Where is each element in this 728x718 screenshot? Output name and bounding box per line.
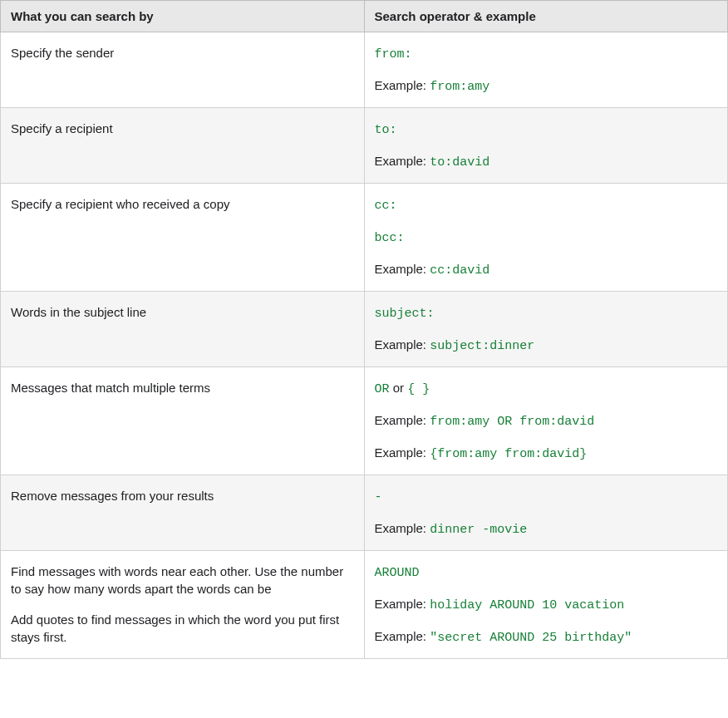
operator-line: OR or { } xyxy=(375,379,718,398)
example-line: Example: from:amy xyxy=(375,76,718,96)
search-by-cell: Specify a recipient xyxy=(1,108,365,184)
example-label: Example: xyxy=(375,521,430,535)
or-text: or xyxy=(390,381,408,395)
search-operators-table: What you can search by Search operator &… xyxy=(0,0,728,659)
operator-code: AROUND xyxy=(375,566,420,580)
description-text: Find messages with words near each other… xyxy=(11,563,354,598)
example-code: from:amy OR from:david xyxy=(430,415,594,429)
operator-code: bcc: xyxy=(375,231,405,245)
operator-line: AROUND xyxy=(375,563,718,582)
example-line: Example: to:david xyxy=(375,152,718,171)
table-row: Messages that match multiple termsOR or … xyxy=(1,367,728,475)
operator-line: - xyxy=(375,487,718,506)
operator-cell: cc:bcc:Example: cc:david xyxy=(364,184,728,292)
operator-line: subject: xyxy=(375,303,718,322)
header-search-by: What you can search by xyxy=(1,1,365,32)
operator-cell: -Example: dinner -movie xyxy=(364,475,728,551)
operator-cell: AROUNDExample: holiday AROUND 10 vacatio… xyxy=(364,551,728,659)
example-label: Example: xyxy=(375,629,430,643)
search-by-cell: Specify the sender xyxy=(1,32,365,108)
example-code: to:david xyxy=(430,155,489,170)
operator-line: bcc: xyxy=(375,228,718,247)
example-line: Example: "secret AROUND 25 birthday" xyxy=(375,627,718,647)
table-row: Specify a recipientto:Example: to:david xyxy=(1,108,728,184)
description-text: Words in the subject line xyxy=(11,303,354,321)
table-row: Remove messages from your results-Exampl… xyxy=(1,475,728,551)
operator-line: cc: xyxy=(375,195,718,214)
example-code: subject:dinner xyxy=(430,339,534,353)
description-text: Add quotes to find messages in which the… xyxy=(11,611,354,646)
search-by-cell: Messages that match multiple terms xyxy=(1,367,365,475)
example-label: Example: xyxy=(375,154,430,168)
example-code: holiday AROUND 10 vacation xyxy=(430,598,624,612)
header-operator: Search operator & example xyxy=(364,1,728,32)
operator-code: OR xyxy=(375,382,390,396)
example-label: Example: xyxy=(375,597,430,611)
operator-line: from: xyxy=(375,44,718,63)
example-label: Example: xyxy=(375,262,430,276)
operator-cell: OR or { }Example: from:amy OR from:david… xyxy=(364,367,728,475)
operator-code: subject: xyxy=(375,307,435,321)
table-row: Specify the senderfrom:Example: from:amy xyxy=(1,32,728,108)
example-line: Example: {from:amy from:david} xyxy=(375,444,718,463)
table-row: Find messages with words near each other… xyxy=(1,551,728,659)
search-by-cell: Find messages with words near each other… xyxy=(1,551,365,659)
example-code: dinner -movie xyxy=(430,523,527,537)
example-label: Example: xyxy=(375,413,430,427)
example-line: Example: from:amy OR from:david xyxy=(375,411,718,430)
example-line: Example: holiday AROUND 10 vacation xyxy=(375,595,718,614)
description-text: Messages that match multiple terms xyxy=(11,379,354,396)
search-by-cell: Words in the subject line xyxy=(1,292,365,367)
example-label: Example: xyxy=(375,78,430,92)
example-code: {from:amy from:david} xyxy=(430,447,587,461)
description-text: Specify the sender xyxy=(11,44,354,61)
operator-code: from: xyxy=(375,47,412,61)
operator-code: to: xyxy=(375,123,397,137)
search-by-cell: Specify a recipient who received a copy xyxy=(1,184,365,292)
example-code: cc:david xyxy=(430,263,489,278)
operator-cell: from:Example: from:amy xyxy=(364,32,728,108)
example-label: Example: xyxy=(375,337,430,352)
operator-line: to: xyxy=(375,120,718,139)
description-text: Specify a recipient xyxy=(11,120,354,137)
example-label: Example: xyxy=(375,445,430,460)
description-text: Remove messages from your results xyxy=(11,487,354,504)
example-code: "secret AROUND 25 birthday" xyxy=(430,631,632,645)
description-text: Specify a recipient who received a copy xyxy=(11,195,354,213)
table-row: Words in the subject linesubject:Example… xyxy=(1,292,728,367)
operator-code: - xyxy=(375,490,382,504)
example-line: Example: dinner -movie xyxy=(375,519,718,538)
example-line: Example: subject:dinner xyxy=(375,336,718,355)
table-row: Specify a recipient who received a copyc… xyxy=(1,184,728,292)
example-code: from:amy xyxy=(430,80,489,94)
operator-code: cc: xyxy=(375,199,397,213)
operator-code: { } xyxy=(407,382,430,396)
operator-cell: to:Example: to:david xyxy=(364,108,728,184)
example-line: Example: cc:david xyxy=(375,260,718,279)
search-by-cell: Remove messages from your results xyxy=(1,475,365,551)
operator-cell: subject:Example: subject:dinner xyxy=(364,292,728,367)
